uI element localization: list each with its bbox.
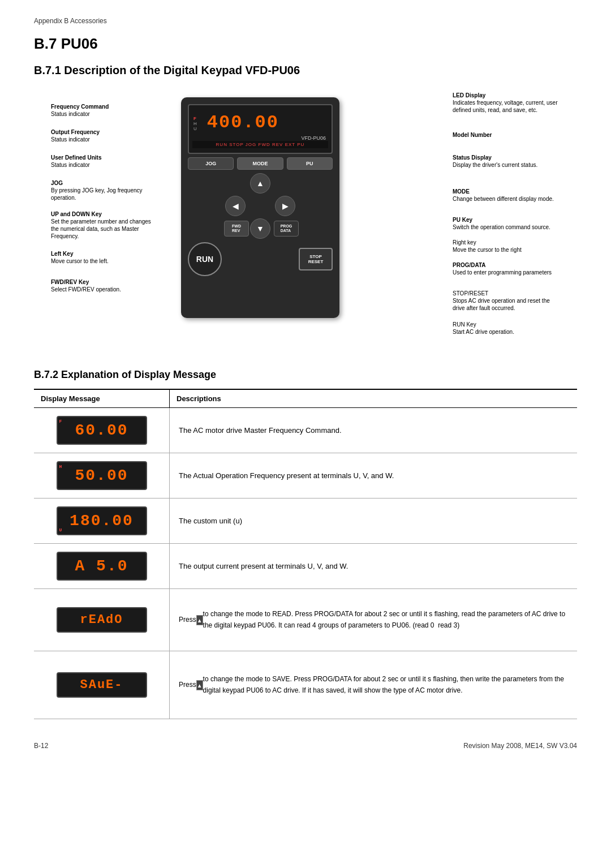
ann-jog: JOG By pressing JOG key, Jog frequency o… [51,179,147,201]
keypad-diagram: Frequency Command Status indicator Outpu… [34,86,577,352]
led-indicator-1: F [59,419,63,424]
table-row: H 50.00 The Actual Operation Frequency p… [34,453,577,499]
ann-left-key: Left Key Move cursor to the left. [51,250,147,265]
ann-mode: MODE Change between different display mo… [453,188,560,203]
led-value-2: 50.00 [75,467,128,484]
run-button[interactable]: RUN [188,242,222,276]
ann-pu-key-bold: PU Key [453,217,472,223]
led-value-1: 60.00 [75,422,128,439]
fwd-rev-button[interactable]: FWDREV [224,221,249,237]
cell-display-1: F 60.00 [34,408,170,453]
table-row: SAuE- Press ▲ to change the mode to SAVE… [34,651,577,719]
footer-right: Revision May 2008, ME14, SW V3.04 [463,742,577,750]
run-label: RUN [196,255,213,264]
down-nav-button[interactable]: ▼ [250,218,270,239]
ann-led-text: Indicates frequency, voltage, current, u… [453,100,557,113]
ann-freq-cmd: Frequency Command Status indicator [51,103,147,118]
led-block-1: F 60.00 [57,416,147,445]
cell-display-3: U 180.00 [34,499,170,543]
led-block-2: H 50.00 [57,461,147,490]
mode-button[interactable]: MODE [237,157,283,170]
ann-run-key-bold: RUN Key [453,321,476,328]
ann-model: Model Number [453,131,560,139]
diagram-container: Frequency Command Status indicator Outpu… [51,86,560,352]
model-number-label: VFD-PU06 [192,135,328,141]
ann-mode-text: Change between different display mode. [453,196,554,202]
f-indicator: F [193,116,197,121]
ann-up-down: UP and DOWN Key Set the parameter number… [51,210,153,240]
led-block-4: A 5.0 [57,552,147,581]
ann-mode-bold: MODE [453,188,470,195]
top-button-row: JOG MODE PU [188,157,333,170]
led-value-4: A 5.0 [75,557,128,575]
ann-user-units-text: Status indicator [51,162,90,168]
ann-prog-data-bold: PROG/DATA [453,262,486,268]
cell-display-4: A 5.0 [34,544,170,588]
ann-right-key-text: Move the cursor to the right [453,247,522,253]
section1-title: B.7.1 Description of the Digital Keypad … [34,64,577,77]
ann-up-down-bold: UP and DOWN Key [51,211,102,217]
ann-output-freq-bold: Output Frequency [51,129,100,135]
status-row: RUN STOP JOG FWD REV EXT PU [192,141,328,148]
page-footer: B-12 Revision May 2008, ME14, SW V3.04 [34,736,577,750]
led-block-3: U 180.00 [57,506,147,535]
ann-led-bold: LED Display [453,92,485,98]
led-value-5: rEAdO [80,613,123,627]
cell-display-6: SAuE- [34,651,170,719]
led-block-6: SAuE- [57,672,147,698]
footer-left: B-12 [34,742,48,750]
ann-stop-reset: STOP/RESET Stops AC drive operation and … [453,290,560,312]
jog-button[interactable]: JOG [188,157,234,170]
ann-jog-text: By pressing JOG key, Jog frequency opera… [51,187,143,201]
ann-model-bold: Model Number [453,132,492,138]
desc-text-4: The output current present at terminals … [179,561,348,572]
cell-desc-5: Press ▲ to change the mode to READ. Pres… [170,589,577,651]
led-value-6: SAuE- [80,678,123,692]
stop-reset-button[interactable]: STOP RESET [299,248,333,270]
table-row: A 5.0 The output current present at term… [34,544,577,589]
ann-fwd-rev: FWD/REV Key Select FWD/REV operation. [51,278,147,293]
stop-label: STOP [309,254,322,259]
led-indicator-2: H [59,464,63,469]
ann-pu-key-text: Switch the operation command source. [453,224,550,230]
up-arrow-icon-6: ▲ [196,680,203,690]
ann-run-key-text: Start AC drive operation. [453,329,514,335]
ann-stop-reset-bold: STOP/RESET [453,290,488,297]
ann-freq-cmd-bold: Frequency Command [51,104,109,110]
ann-status-disp: Status Display Display the driver's curr… [453,154,560,169]
ann-status-disp-text: Display the driver's current status. [453,162,537,168]
ann-output-freq: Output Frequency Status indicator [51,128,147,143]
ann-output-freq-text: Status indicator [51,136,90,143]
led-block-5: rEAdO [57,607,147,633]
cell-display-2: H 50.00 [34,453,170,498]
ann-left-key-text: Move cursor to the left. [51,258,109,264]
reset-label: RESET [308,259,324,264]
breadcrumb: Appendix B Accessories [34,17,577,25]
prog-data-button[interactable]: PROGDATA [274,221,299,237]
desc-text-3: The custom unit (u) [179,515,242,527]
ann-status-disp-bold: Status Display [453,154,492,161]
table-row: F 60.00 The AC motor drive Master Freque… [34,408,577,453]
ann-stop-reset-text: Stops AC drive operation and reset the d… [453,298,550,311]
led-value-3: 180.00 [70,512,134,530]
pu-button[interactable]: PU [287,157,333,170]
ann-run-key: RUN Key Start AC drive operation. [453,321,560,336]
col-display-header: Display Message [34,390,170,407]
table-header: Display Message Descriptions [34,390,577,408]
led-number: 400.00 [200,112,279,133]
page-title: B.7 PU06 [34,35,577,53]
ann-fwd-rev-bold: FWD/REV Key [51,279,89,285]
right-nav-button[interactable]: ▶ [275,196,295,216]
ann-right-key-bold: Right key [453,239,476,246]
ann-user-units: User Defined Units Status indicator [51,154,147,169]
table-row: rEAdO Press ▲ to change the mode to READ… [34,589,577,651]
up-nav-button[interactable]: ▲ [250,173,270,194]
ann-user-units-bold: User Defined Units [51,154,101,161]
ann-up-down-text: Set the parameter number and changes the… [51,218,151,239]
display-message-table: Display Message Descriptions F 60.00 The… [34,389,577,719]
left-nav-button[interactable]: ◀ [225,196,246,216]
cell-desc-2: The Actual Operation Frequency present a… [170,453,577,498]
keypad-device: F H U 400.00 VFD-PU06 RUN STOP JOG FWD R… [181,97,339,318]
ann-left-key-bold: Left Key [51,251,73,257]
led-indicator-3: U [59,527,63,532]
